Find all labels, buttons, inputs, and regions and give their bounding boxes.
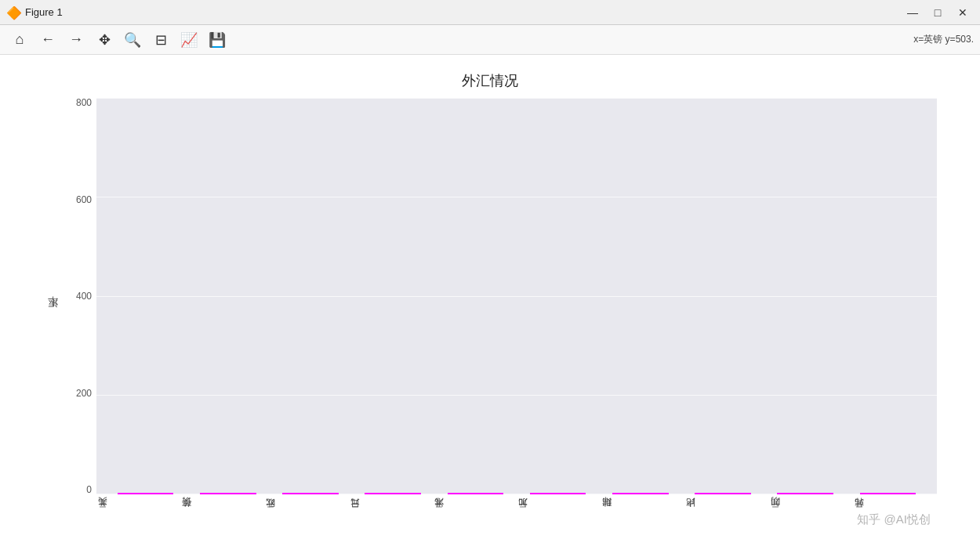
x-tick-英镑: 英镑 [180, 496, 264, 534]
bar-group [847, 493, 929, 494]
x-tick-元朗: 元朗 [769, 496, 853, 534]
plot-area-container: 0 200 400 600 800 [65, 98, 937, 494]
bar-group [764, 493, 847, 494]
chart-area: 外汇情况 汇率 0 200 400 600 800 [0, 55, 980, 550]
y-tick-400: 400 [65, 291, 96, 301]
chart-title: 外汇情况 [43, 71, 937, 90]
bar-group [269, 493, 351, 494]
toolbar: ⌂ ← → ✥ 🔍 ⊟ 📈 💾 x=英镑 y=503. [0, 25, 980, 55]
pan-button[interactable]: ✥ [91, 28, 118, 52]
bars-container [96, 98, 937, 494]
maximize-button[interactable]: □ [927, 5, 949, 20]
main-window: 🔶 Figure 1 — □ ✕ ⌂ ← → ✥ 🔍 ⊟ 📈 💾 x=英镑 y=… [0, 0, 980, 550]
zoom-button[interactable]: 🔍 [119, 28, 146, 52]
bar-港元 [448, 493, 504, 494]
title-controls: — □ ✕ [902, 5, 974, 20]
bar-元朗 [777, 493, 833, 494]
coordinates-display: x=英镑 y=503. [913, 33, 974, 46]
x-tick-韩元: 韩元 [853, 496, 937, 534]
bar-group [599, 493, 681, 494]
configure-button[interactable]: ⊟ [147, 28, 174, 52]
title-left: 🔶 Figure 1 [6, 5, 63, 20]
x-axis: 美元英镑欧元日元港元加元瑞郎卢比元朗韩元 [96, 496, 937, 534]
x-tick-加元: 加元 [517, 496, 601, 534]
bar-group [434, 493, 517, 494]
y-tick-600: 600 [65, 195, 96, 204]
x-tick-瑞郎: 瑞郎 [601, 496, 684, 534]
x-tick-港元: 港元 [433, 496, 517, 534]
bar-group [352, 493, 434, 494]
title-bar: 🔶 Figure 1 — □ ✕ [0, 0, 980, 25]
toolbar-buttons: ⌂ ← → ✥ 🔍 ⊟ 📈 💾 [6, 28, 230, 52]
chart-container: 外汇情况 汇率 0 200 400 600 800 [43, 71, 937, 534]
y-tick-200: 200 [65, 389, 96, 398]
close-button[interactable]: ✕ [952, 5, 974, 20]
bar-欧元 [282, 493, 339, 494]
save-button[interactable]: 💾 [204, 28, 230, 52]
chart-body: 汇率 0 200 400 600 800 [43, 98, 937, 534]
bar-group [517, 493, 599, 494]
bar-加元 [530, 493, 586, 494]
app-icon: 🔶 [6, 5, 20, 20]
bar-group [681, 493, 764, 494]
x-tick-日元: 日元 [349, 496, 433, 534]
x-tick-欧元: 欧元 [264, 496, 348, 534]
bar-韩元 [860, 493, 916, 494]
y-tick-0: 0 [65, 485, 96, 494]
forward-button[interactable]: → [63, 28, 89, 52]
bar-英镑 [200, 493, 256, 494]
back-button[interactable]: ← [34, 28, 61, 52]
y-ticks: 0 200 400 600 800 [65, 98, 96, 494]
plot-area [96, 98, 937, 494]
bar-瑞郎 [612, 493, 669, 494]
window-title: Figure 1 [25, 6, 63, 18]
bar-group [187, 493, 269, 494]
y-axis-label: 汇率 [43, 98, 62, 534]
chart-inner: 0 200 400 600 800 [65, 98, 937, 534]
x-tick-美元: 美元 [96, 496, 180, 534]
lines-button[interactable]: 📈 [176, 28, 202, 52]
bar-卢比 [695, 493, 751, 494]
x-tick-卢比: 卢比 [684, 496, 768, 534]
bar-日元 [365, 493, 421, 494]
minimize-button[interactable]: — [902, 5, 924, 20]
home-button[interactable]: ⌂ [6, 28, 33, 52]
bar-group [104, 493, 187, 494]
y-tick-800: 800 [65, 98, 96, 107]
bar-美元 [118, 493, 174, 494]
